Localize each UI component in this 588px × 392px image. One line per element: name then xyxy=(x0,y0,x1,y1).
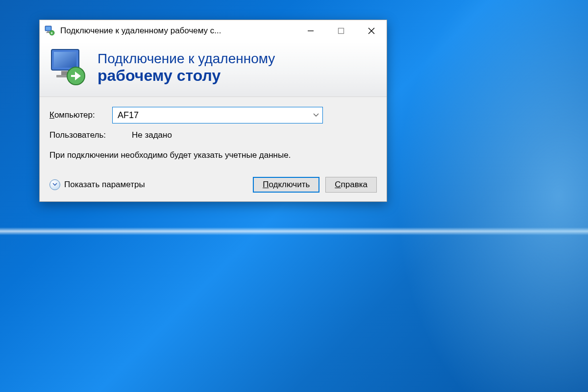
dialog-body: Компьютер: Пользователь: Не задано При п… xyxy=(40,97,387,201)
computer-row: Компьютер: xyxy=(49,107,377,123)
svg-rect-6 xyxy=(339,28,344,34)
action-buttons: Подключить Справка xyxy=(253,177,377,193)
svg-rect-10 xyxy=(54,52,76,68)
info-text: При подключении необходимо будет указать… xyxy=(49,150,304,161)
window-controls xyxy=(295,20,387,42)
maximize-button[interactable] xyxy=(326,20,356,42)
connect-button[interactable]: Подключить xyxy=(253,177,319,193)
header-line1: Подключение к удаленному xyxy=(98,51,275,67)
close-button[interactable] xyxy=(356,20,387,42)
user-label: Пользователь: xyxy=(49,130,132,140)
header-text: Подключение к удаленному рабочему столу xyxy=(98,51,275,85)
computer-label: Компьютер: xyxy=(49,110,112,120)
expand-down-icon[interactable] xyxy=(49,179,60,190)
rdp-logo-icon xyxy=(49,48,89,88)
user-row: Пользователь: Не задано xyxy=(49,130,377,140)
computer-combobox[interactable] xyxy=(112,107,323,123)
window-title: Подключение к удаленному рабочему с... xyxy=(60,26,295,36)
rdp-dialog: Подключение к удаленному рабочему с... xyxy=(39,20,387,202)
chevron-down-icon[interactable] xyxy=(309,107,322,123)
minimize-button[interactable] xyxy=(295,20,326,42)
computer-input[interactable] xyxy=(112,107,323,123)
rdp-app-icon xyxy=(45,25,55,36)
header-line2: рабочему столу xyxy=(98,67,275,85)
footer-row: Показать параметры Подключить Справка xyxy=(49,177,377,193)
help-button[interactable]: Справка xyxy=(325,177,377,193)
show-options-label: Показать параметры xyxy=(64,180,145,190)
header-banner: Подключение к удаленному рабочему столу xyxy=(40,42,387,97)
svg-rect-1 xyxy=(46,27,51,30)
user-value: Не задано xyxy=(132,130,172,140)
svg-rect-2 xyxy=(47,31,49,32)
titlebar[interactable]: Подключение к удаленному рабочему с... xyxy=(40,20,387,42)
show-options-link[interactable]: Показать параметры xyxy=(49,179,253,190)
